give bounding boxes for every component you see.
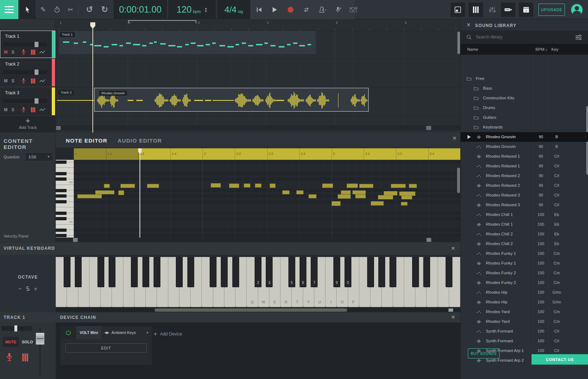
toggle-mixer-button[interactable] bbox=[485, 3, 500, 17]
library-sound-row[interactable]: Synth Formant100C# bbox=[461, 336, 588, 346]
column-key[interactable]: Key bbox=[551, 47, 559, 51]
track-header[interactable]: Track 2MS bbox=[0, 59, 55, 86]
quantize-dropdown[interactable]: 1/16 ▼ bbox=[25, 152, 53, 161]
vk-black-key[interactable]: 9 bbox=[333, 257, 340, 287]
midi-note[interactable] bbox=[401, 202, 407, 206]
midi-note[interactable] bbox=[147, 184, 159, 188]
midi-note[interactable] bbox=[296, 190, 304, 194]
midi-note[interactable] bbox=[229, 184, 239, 188]
library-sound-row[interactable]: Rhodes Relaxed 190C# bbox=[461, 152, 588, 161]
scrollbar-right-handle[interactable] bbox=[426, 126, 431, 130]
midi-note[interactable] bbox=[347, 184, 358, 188]
record-button[interactable] bbox=[283, 0, 298, 19]
black-key[interactable] bbox=[56, 161, 67, 164]
midi-note[interactable] bbox=[118, 190, 124, 195]
midi-note[interactable] bbox=[371, 201, 384, 206]
library-folder-row[interactable]: Guitars bbox=[461, 113, 588, 122]
library-sound-row[interactable]: Rhodes Funky 2100Cm bbox=[461, 278, 588, 288]
track-automation-button[interactable] bbox=[39, 50, 46, 54]
vk-black-key[interactable] bbox=[176, 257, 183, 287]
vk-black-key[interactable]: 6 bbox=[300, 257, 306, 287]
vk-black-key[interactable] bbox=[367, 257, 374, 287]
velocity-panel-label[interactable]: Velocity Panel bbox=[4, 234, 28, 238]
note-editor[interactable]: 11.21.31.422.22.32.433.23.33.4C6C5 bbox=[56, 148, 460, 242]
time-signature-control[interactable]: 4/4 sig bbox=[217, 0, 250, 19]
library-sound-row[interactable]: Rhodes Relaxed 390C# bbox=[461, 190, 588, 200]
midi-note[interactable] bbox=[322, 184, 333, 188]
octave-minus-button[interactable]: − bbox=[18, 285, 22, 292]
midi-note[interactable] bbox=[120, 184, 135, 188]
piano-roll-keyboard[interactable]: C6C5 bbox=[56, 160, 74, 238]
midi-note[interactable] bbox=[352, 190, 366, 194]
device-chain-close-icon[interactable]: ✕ bbox=[451, 314, 455, 320]
track-automation-button[interactable] bbox=[39, 79, 46, 83]
midi-note[interactable] bbox=[270, 184, 275, 188]
pan-slider-handle[interactable] bbox=[14, 325, 17, 331]
vk-black-key[interactable]: 2 bbox=[255, 257, 261, 287]
track-solo-button[interactable]: S bbox=[12, 50, 14, 55]
vk-black-key[interactable] bbox=[446, 257, 452, 287]
library-sound-row[interactable]: Rhodes Yard100Cm bbox=[461, 317, 588, 326]
note-ruler[interactable] bbox=[140, 148, 460, 160]
bpm-stepper[interactable]: ▲▼ bbox=[204, 7, 208, 13]
play-button[interactable] bbox=[268, 0, 282, 19]
track-volume-slider[interactable] bbox=[3, 42, 47, 46]
arrangement-timeline[interactable]: 123456Track 1Track 3Rhodes Groovin bbox=[56, 19, 460, 132]
black-key[interactable] bbox=[56, 217, 67, 220]
library-folder-row[interactable]: Construction Kits bbox=[461, 93, 588, 103]
black-key[interactable] bbox=[56, 212, 67, 215]
sound-library-close-icon[interactable]: ✕ bbox=[466, 22, 471, 28]
vk-black-key[interactable]: 7 bbox=[311, 257, 318, 287]
column-name[interactable]: Name bbox=[467, 47, 478, 51]
tab-note-editor[interactable]: NOTE EDITOR bbox=[66, 137, 107, 144]
midi-note[interactable] bbox=[359, 184, 373, 188]
track-record-arm-button[interactable] bbox=[6, 353, 13, 362]
track-instrument-button[interactable] bbox=[22, 353, 29, 362]
midi-note[interactable] bbox=[338, 194, 351, 199]
device-edit-button[interactable]: EDIT bbox=[65, 343, 147, 353]
black-key[interactable] bbox=[56, 172, 67, 175]
octave-plus-button[interactable]: + bbox=[34, 285, 37, 292]
library-sound-row[interactable]: Rhodes Funky 1100Cm bbox=[461, 249, 588, 258]
pencil-tool-button[interactable]: ✎ bbox=[36, 0, 50, 19]
midi-note[interactable] bbox=[401, 195, 412, 199]
black-key[interactable] bbox=[56, 229, 67, 232]
vk-black-key[interactable] bbox=[232, 257, 239, 287]
skip-to-start-button[interactable] bbox=[252, 0, 266, 19]
library-folder-row[interactable]: Free bbox=[461, 74, 588, 84]
midi-note[interactable] bbox=[384, 191, 397, 195]
editor-vscrollbar[interactable] bbox=[457, 168, 460, 193]
track-volume-slider[interactable] bbox=[3, 70, 47, 74]
vk-scrollbar-handle[interactable] bbox=[448, 308, 453, 312]
library-sound-row[interactable]: Rhodes Relaxed 190C# bbox=[461, 161, 588, 171]
midi-note[interactable] bbox=[211, 183, 221, 188]
vk-black-key[interactable]: 3 bbox=[266, 257, 273, 287]
vk-black-key[interactable] bbox=[423, 257, 430, 287]
vk-black-key[interactable] bbox=[389, 257, 396, 287]
library-sound-row[interactable]: Rhodes Hip100G#m bbox=[461, 288, 588, 297]
library-sound-row[interactable]: Rhodes Chill 1100Eb bbox=[461, 210, 588, 220]
midi-note[interactable] bbox=[378, 195, 393, 199]
vk-black-key[interactable] bbox=[109, 257, 115, 287]
track-mute-button[interactable]: M bbox=[4, 50, 8, 55]
vk-black-key[interactable] bbox=[142, 257, 149, 287]
account-avatar[interactable] bbox=[571, 4, 583, 15]
device-power-button[interactable] bbox=[60, 326, 76, 339]
vk-black-key[interactable]: 5 bbox=[288, 257, 295, 287]
midi-note[interactable] bbox=[341, 190, 351, 194]
add-device-button[interactable]: + Add Device bbox=[154, 330, 182, 338]
library-search-input[interactable] bbox=[475, 33, 565, 41]
library-sound-row[interactable]: Rhodes Chill 1100Eb bbox=[461, 220, 588, 229]
device-name-tab[interactable]: VOLT Mini bbox=[76, 326, 101, 339]
black-key[interactable] bbox=[56, 194, 67, 198]
filter-icon[interactable] bbox=[575, 35, 582, 40]
mute-button[interactable]: MUTE bbox=[3, 337, 19, 347]
library-sound-row[interactable]: Rhodes Funky 2100Cm bbox=[461, 268, 588, 278]
vk-black-key[interactable] bbox=[64, 257, 70, 287]
sequencer-mode-button[interactable] bbox=[346, 0, 361, 19]
vk-black-key[interactable]: 0 bbox=[345, 257, 351, 287]
midi-note[interactable] bbox=[255, 184, 261, 188]
cut-tool-button[interactable]: ✂ bbox=[64, 0, 77, 19]
track-arm-button[interactable] bbox=[21, 49, 26, 55]
main-menu-button[interactable] bbox=[0, 0, 18, 19]
